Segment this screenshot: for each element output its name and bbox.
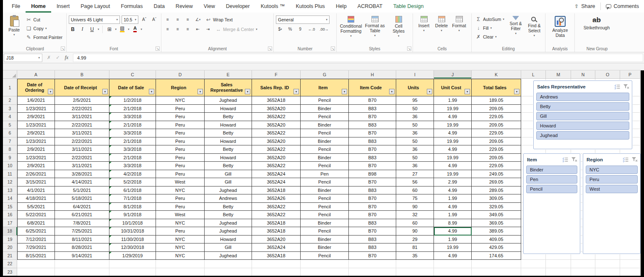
cell-D19[interactable]: NYC bbox=[156, 236, 205, 244]
cell-H3[interactable]: B83 bbox=[349, 105, 396, 113]
comments-button[interactable]: Comments bbox=[601, 0, 644, 13]
table-header-unit-cost[interactable]: Unit Cost▾ bbox=[434, 79, 472, 96]
slicer-item-gill[interactable]: Gill bbox=[536, 112, 629, 120]
table-header-item-code[interactable]: Item Code▾ bbox=[349, 79, 396, 96]
decrease-indent-button[interactable]: ⇤ bbox=[194, 25, 202, 34]
cell-I4[interactable]: 36 bbox=[396, 113, 434, 121]
col-header-K[interactable]: K bbox=[472, 70, 521, 79]
font-dialog-launcher-icon[interactable]: ↘ bbox=[156, 47, 160, 51]
cell-J13[interactable]: 4.99 bbox=[434, 186, 472, 195]
cell-G15[interactable]: Pencil bbox=[301, 203, 349, 211]
tab-home[interactable]: Home bbox=[26, 0, 51, 13]
cell-A14[interactable]: 4/18/2021 bbox=[17, 194, 55, 203]
row-header-16[interactable]: 16 bbox=[3, 211, 17, 219]
fill-button[interactable]: ↓Fill▾ bbox=[474, 24, 506, 32]
cell-J11[interactable]: 19.99 bbox=[434, 170, 472, 179]
cell-A5[interactable]: 1/23/2021 bbox=[17, 121, 55, 129]
row-header-3[interactable]: 3 bbox=[3, 105, 17, 113]
cell-A12[interactable]: 3/15/2021 bbox=[17, 178, 55, 186]
cell-H19[interactable]: B83 bbox=[349, 236, 396, 244]
clear-button[interactable]: ✗Clear▾ bbox=[474, 33, 506, 41]
col-header-I[interactable]: I bbox=[396, 70, 434, 79]
cell-B12[interactable]: 4/14/2021 bbox=[55, 178, 109, 186]
cell-J9[interactable]: 19.99 bbox=[434, 154, 472, 162]
cell-C18[interactable]: 10/31/2018 bbox=[109, 227, 156, 236]
cell-G5[interactable]: Binder bbox=[301, 121, 349, 129]
cell-G19[interactable]: Binder bbox=[301, 236, 349, 244]
cell-K10[interactable]: 229.05 bbox=[472, 162, 521, 170]
confirm-entry-icon[interactable]: ✓ bbox=[56, 55, 60, 60]
col-header-B[interactable]: B bbox=[55, 70, 109, 79]
slicer-item-pencil[interactable]: Pencil bbox=[526, 185, 577, 193]
cell-H18[interactable]: B70 bbox=[349, 227, 396, 236]
table-header-sales-representative[interactable]: Sales Representative▾ bbox=[205, 79, 252, 96]
cell-B20[interactable]: 8/28/2021 bbox=[55, 243, 109, 252]
cell-E5[interactable]: Howard bbox=[205, 121, 252, 129]
cell-I14[interactable]: 75 bbox=[396, 194, 434, 203]
increase-indent-button[interactable]: ⇥ bbox=[204, 25, 212, 34]
tab-developer[interactable]: Developer bbox=[221, 0, 255, 13]
cells-format-button[interactable]: Format▾ bbox=[450, 15, 468, 32]
row-header-4[interactable]: 4 bbox=[3, 113, 17, 121]
cell-B23[interactable] bbox=[55, 268, 109, 276]
grow-font-button[interactable]: Aˆ bbox=[140, 16, 148, 24]
table-header-region[interactable]: Region▾ bbox=[156, 79, 205, 96]
col-header-F[interactable]: F bbox=[252, 70, 301, 79]
table-header-total-sales[interactable]: Total Sales▾ bbox=[472, 79, 521, 96]
cell-G21[interactable]: Pencil bbox=[301, 252, 349, 260]
cell-B14[interactable]: 5/18/2021 bbox=[55, 194, 109, 203]
cell-I3[interactable]: 50 bbox=[396, 105, 434, 113]
row-header-9[interactable]: 9 bbox=[3, 154, 17, 162]
table-header-date-of-sale[interactable]: Date of Sale▾ bbox=[109, 79, 156, 96]
cell-I7[interactable]: 50 bbox=[396, 137, 434, 146]
cell-F19[interactable]: 3652A20 bbox=[252, 236, 301, 244]
row-header-7[interactable]: 7 bbox=[3, 137, 17, 146]
cell-K11[interactable]: 249.05 bbox=[472, 170, 521, 179]
cell-J12[interactable]: 2.99 bbox=[434, 178, 472, 186]
cell-D17[interactable]: NYC bbox=[156, 219, 205, 228]
cell-A21[interactable]: 8/15/2021 bbox=[17, 252, 55, 260]
cell-J22[interactable] bbox=[434, 260, 472, 268]
cell-F12[interactable]: 3652A24 bbox=[252, 178, 301, 186]
cell-I16[interactable]: 32 bbox=[396, 211, 434, 219]
cell-I11[interactable]: 27 bbox=[396, 170, 434, 179]
cell-F22[interactable] bbox=[252, 260, 301, 268]
cell-H14[interactable]: B70 bbox=[349, 194, 396, 203]
cell-C4[interactable]: 3/3/2018 bbox=[109, 113, 156, 121]
number-format-combo[interactable]: General▾ bbox=[276, 16, 330, 24]
cell-I23[interactable] bbox=[396, 268, 434, 276]
cell-H7[interactable]: B83 bbox=[349, 137, 396, 146]
cell-J5[interactable]: 19.99 bbox=[434, 121, 472, 129]
cell-B22[interactable] bbox=[55, 260, 109, 268]
cell-E9[interactable]: Howard bbox=[205, 154, 252, 162]
cell-E10[interactable]: Betty bbox=[205, 162, 252, 170]
cell-G18[interactable]: Pencil bbox=[301, 227, 349, 236]
accounting-format-button[interactable]: $▾ bbox=[276, 25, 284, 34]
cell-E16[interactable]: Betty bbox=[205, 211, 252, 219]
cell-F4[interactable]: 3652A22 bbox=[252, 113, 301, 121]
cell-D14[interactable]: Peru bbox=[156, 194, 205, 203]
multi-select-button[interactable] bbox=[561, 156, 569, 163]
cell-K8[interactable]: 229.05 bbox=[472, 145, 521, 154]
share-button[interactable]: ⇧ Share bbox=[569, 0, 600, 13]
cell-J19[interactable]: 1.99 bbox=[434, 236, 472, 244]
cell-H15[interactable]: B70 bbox=[349, 203, 396, 211]
cell-C22[interactable] bbox=[109, 260, 156, 268]
cell-G7[interactable]: Binder bbox=[301, 137, 349, 146]
row-header-15[interactable]: 15 bbox=[3, 203, 17, 211]
cell-F7[interactable]: 3652A20 bbox=[252, 137, 301, 146]
cell-D12[interactable]: West bbox=[156, 178, 205, 186]
col-header-E[interactable]: E bbox=[205, 70, 252, 79]
cell-E4[interactable]: Betty bbox=[205, 113, 252, 121]
table-header-item[interactable]: Item▾ bbox=[301, 79, 349, 96]
col-header-C[interactable]: C bbox=[109, 70, 156, 79]
cell-M22[interactable] bbox=[546, 260, 571, 268]
cell-B9[interactable]: 2/22/2021 bbox=[55, 154, 109, 162]
cell-F10[interactable]: 3652A22 bbox=[252, 162, 301, 170]
cell-F23[interactable] bbox=[252, 268, 301, 276]
cell-D2[interactable]: NYC bbox=[156, 96, 205, 105]
insert-function-icon[interactable]: fx bbox=[65, 54, 68, 61]
cell-E19[interactable]: Howard bbox=[205, 236, 252, 244]
cell-C14[interactable]: 7/1/2018 bbox=[109, 194, 156, 203]
cell-J18[interactable]: 4.99 bbox=[434, 227, 472, 236]
